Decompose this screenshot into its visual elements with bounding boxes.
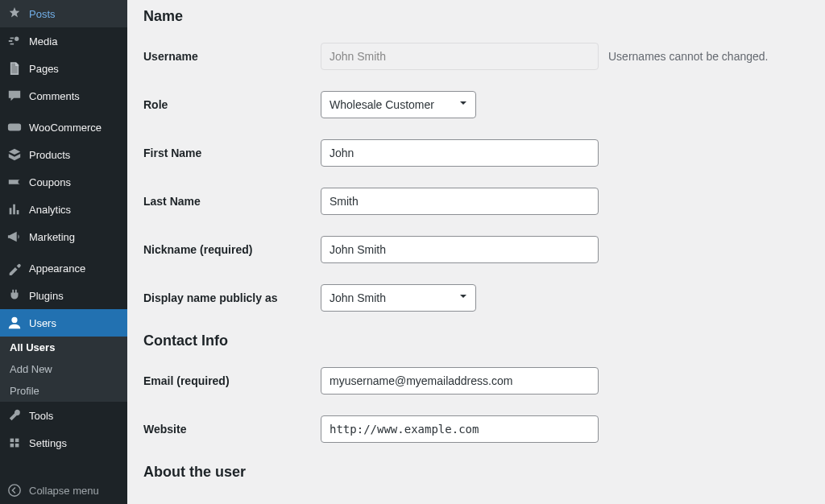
collapse-label: Collapse menu (29, 485, 99, 497)
nav-products[interactable]: Products (0, 141, 127, 168)
app-root: Posts Media Pages Comments WooCo (0, 0, 825, 504)
role-select-value: Wholesale Customer (330, 98, 434, 111)
svg-rect-2 (10, 439, 15, 443)
pages-icon (6, 61, 23, 76)
users-icon (6, 316, 23, 330)
control-username (321, 43, 599, 70)
row-email: Email (required) (143, 367, 809, 395)
nav-coupons[interactable]: Coupons (0, 168, 127, 196)
control-first-name (321, 139, 599, 167)
last-name-input[interactable] (321, 188, 599, 215)
row-website: Website (143, 415, 809, 443)
section-name-heading: Name (143, 8, 809, 25)
email-input[interactable] (321, 367, 599, 395)
display-name-value: John Smith (330, 291, 386, 304)
submenu-all-users[interactable]: All Users (0, 337, 127, 358)
nav-label: Media (29, 35, 57, 48)
nav-label: Posts (29, 8, 56, 20)
nav-label: Coupons (29, 176, 71, 188)
nickname-input[interactable] (321, 236, 599, 263)
plugins-icon (6, 288, 23, 303)
nav-media[interactable]: Media (0, 27, 127, 55)
label-last-name: Last Name (143, 195, 321, 208)
nav-woocommerce[interactable]: WooCommerce (0, 114, 127, 141)
control-nickname (321, 236, 599, 263)
svg-rect-0 (8, 124, 21, 131)
nav-appearance[interactable]: Appearance (0, 254, 127, 282)
section-about-heading: About the user (143, 464, 809, 481)
svg-rect-4 (10, 444, 15, 448)
analytics-icon (6, 202, 23, 217)
nav-label: Comments (29, 90, 80, 102)
nav-marketing[interactable]: Marketing (0, 223, 127, 250)
coupons-icon (6, 175, 23, 189)
label-website: Website (143, 423, 321, 436)
display-name-select[interactable]: John Smith (321, 284, 476, 312)
users-submenu: All Users Add New Profile (0, 337, 127, 402)
website-input[interactable] (321, 415, 599, 443)
row-display-name: Display name publicly as John Smith (143, 284, 809, 312)
role-select[interactable]: Wholesale Customer (321, 91, 476, 118)
nav-tools[interactable]: Tools (0, 402, 127, 429)
nav-label: Products (29, 149, 70, 161)
nav-label: Analytics (29, 204, 71, 216)
row-first-name: First Name (143, 139, 809, 167)
nav-plugins[interactable]: Plugins (0, 282, 127, 309)
row-nickname: Nickname (required) (143, 236, 809, 263)
role-select-wrap: Wholesale Customer (321, 91, 476, 118)
nav-label: WooCommerce (29, 122, 102, 134)
label-role: Role (143, 98, 321, 111)
collapse-icon (6, 483, 23, 498)
submenu-profile[interactable]: Profile (0, 380, 127, 402)
label-email: Email (required) (143, 374, 321, 387)
control-email (321, 367, 599, 395)
row-username: Username Usernames cannot be changed. (143, 43, 809, 70)
nav-label: Users (29, 317, 56, 329)
woo-icon (6, 120, 23, 134)
label-email-req: (required) (176, 374, 229, 387)
first-name-input[interactable] (321, 139, 599, 167)
row-last-name: Last Name (143, 188, 809, 215)
username-note: Usernames cannot be changed. (608, 50, 768, 63)
nav-label: Pages (29, 63, 59, 75)
svg-point-6 (9, 485, 20, 496)
label-first-name: First Name (143, 147, 321, 159)
nav-label: Appearance (29, 262, 85, 275)
nav-analytics[interactable]: Analytics (0, 196, 127, 223)
label-username: Username (143, 50, 321, 63)
label-nickname-text: Nickname (143, 243, 197, 256)
nav-label: Marketing (29, 231, 75, 243)
pin-icon (6, 6, 23, 21)
appearance-icon (6, 261, 23, 275)
label-nickname-req: (required) (200, 243, 252, 256)
svg-rect-5 (15, 444, 19, 448)
svg-point-1 (11, 317, 17, 323)
nav-pages[interactable]: Pages (0, 55, 127, 82)
username-input (321, 43, 599, 70)
nav-posts[interactable]: Posts (0, 0, 127, 27)
nav-users[interactable]: Users (0, 309, 127, 337)
nav-label: Tools (29, 410, 53, 422)
nav-comments[interactable]: Comments (0, 82, 127, 109)
nav-label: Plugins (29, 290, 64, 302)
submenu-add-new[interactable]: Add New (0, 358, 127, 380)
control-website (321, 415, 599, 443)
marketing-icon (6, 229, 23, 244)
settings-icon (6, 436, 23, 450)
svg-rect-3 (15, 439, 19, 443)
main-content: Name Username Usernames cannot be change… (127, 0, 825, 504)
row-role: Role Wholesale Customer (143, 91, 809, 118)
collapse-menu[interactable]: Collapse menu (0, 477, 127, 504)
products-icon (6, 147, 23, 162)
control-last-name (321, 188, 599, 215)
nav-settings[interactable]: Settings (0, 429, 127, 456)
nav-label: Settings (29, 437, 67, 449)
section-contact-heading: Contact Info (143, 333, 809, 349)
admin-sidebar: Posts Media Pages Comments WooCo (0, 0, 127, 504)
comments-icon (6, 89, 23, 103)
tools-icon (6, 408, 23, 423)
label-nickname: Nickname (required) (143, 243, 321, 256)
label-display-name: Display name publicly as (143, 291, 321, 304)
media-icon (6, 34, 23, 48)
label-email-text: Email (143, 374, 173, 387)
